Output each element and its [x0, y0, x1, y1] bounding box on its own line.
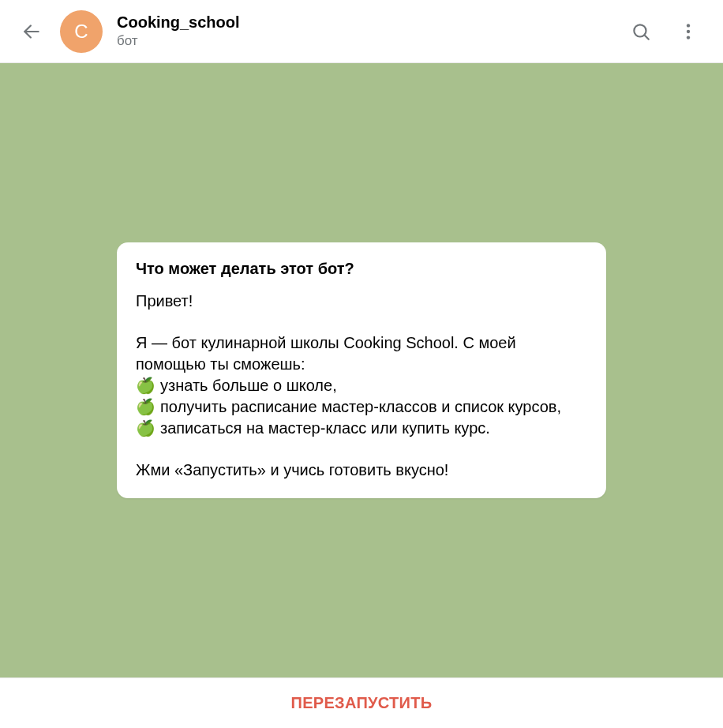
search-button[interactable]: [625, 16, 657, 47]
more-vertical-icon: [678, 21, 699, 42]
card-intro: Я — бот кулинарной школы Cooking School.…: [136, 332, 587, 375]
apple-icon: 🍏: [136, 418, 155, 439]
svg-point-3: [687, 24, 690, 27]
svg-line-2: [645, 35, 649, 39]
bot-info-card: Что может делать этот бот? Привет! Я — б…: [117, 242, 606, 498]
arrow-left-icon: [21, 21, 42, 42]
bottom-bar: ПЕРЕЗАПУСТИТЬ: [0, 677, 723, 728]
card-greeting: Привет!: [136, 291, 587, 312]
search-icon: [631, 21, 651, 42]
chat-title: Cooking_school: [117, 13, 625, 32]
apple-icon: 🍏: [136, 396, 155, 418]
menu-button[interactable]: [672, 16, 704, 47]
svg-point-5: [687, 36, 690, 39]
avatar[interactable]: C: [60, 10, 103, 53]
card-bullet-text: получить расписание мастер-классов и спи…: [160, 396, 561, 418]
chat-header: C Cooking_school бот: [0, 0, 723, 63]
apple-icon: 🍏: [136, 375, 155, 396]
card-title: Что может делать этот бот?: [136, 258, 587, 280]
card-bullet-text: записаться на мастер-класс или купить ку…: [160, 418, 490, 439]
card-bullet-text: узнать больше о школе,: [160, 375, 337, 396]
card-bullet: 🍏 записаться на мастер-класс или купить …: [136, 418, 587, 439]
restart-button[interactable]: ПЕРЕЗАПУСТИТЬ: [291, 694, 433, 712]
card-bullet: 🍏 узнать больше о школе,: [136, 375, 587, 396]
header-actions: [625, 16, 704, 47]
chat-title-block[interactable]: Cooking_school бот: [117, 13, 625, 49]
svg-point-4: [687, 29, 690, 32]
chat-subtitle: бот: [117, 33, 625, 49]
card-cta: Жми «Запустить» и учись готовить вкусно!: [136, 460, 587, 481]
chat-area: Что может делать этот бот? Привет! Я — б…: [0, 63, 723, 677]
back-button[interactable]: [16, 16, 47, 47]
card-bullet: 🍏 получить расписание мастер-классов и с…: [136, 396, 587, 418]
avatar-initial: C: [74, 21, 88, 43]
